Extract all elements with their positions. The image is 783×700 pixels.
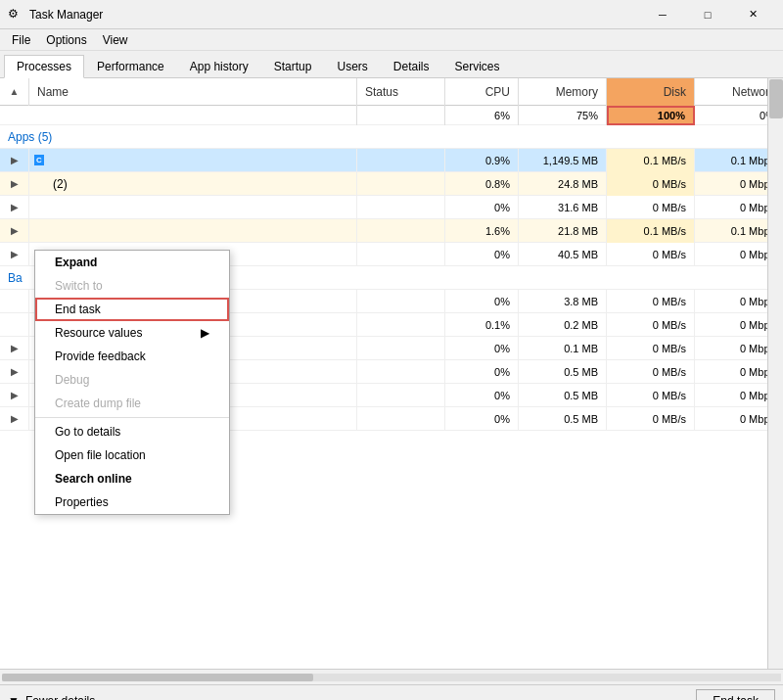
ctx-provide-feedback[interactable]: Provide feedback — [35, 345, 229, 368]
expand-icon[interactable]: ▶ — [0, 360, 29, 384]
row-memory: 24.8 MB — [519, 172, 607, 196]
row-icon — [29, 172, 49, 196]
row-status — [357, 384, 445, 407]
menu-view[interactable]: View — [95, 31, 136, 49]
sort-arrow: ▲ — [0, 78, 29, 106]
tab-users[interactable]: Users — [324, 54, 380, 77]
expand-icon[interactable]: ▶ — [0, 384, 29, 407]
row-disk: 0 MB/s — [607, 360, 695, 384]
title-bar-controls: ─ □ ✕ — [640, 0, 775, 29]
expand-icon[interactable]: ▶ — [0, 196, 29, 219]
fewer-details-button[interactable]: ▼ Fewer details — [8, 694, 95, 701]
menu-file[interactable]: File — [4, 31, 38, 49]
row-status — [357, 290, 445, 313]
close-button[interactable]: ✕ — [730, 0, 775, 29]
col-header-cpu[interactable]: CPU — [445, 78, 519, 106]
row-memory: 0.5 MB — [519, 360, 607, 384]
ctx-expand[interactable]: Expand — [35, 251, 229, 274]
expand-icon[interactable]: ▶ — [0, 219, 29, 243]
col-header-disk[interactable]: Disk — [607, 78, 695, 106]
table-row[interactable]: ▶ 0% 31.6 MB 0 MB/s 0 Mbps — [0, 196, 783, 219]
row-cpu: 0% — [445, 360, 519, 384]
row-disk: 0 MB/s — [607, 313, 695, 337]
expand-icon[interactable]: ▶ — [0, 172, 29, 196]
table-row[interactable]: ▶ (2) 0.8% 24.8 MB 0 MB/s 0 Mbps — [0, 172, 783, 196]
row-status — [357, 149, 445, 172]
usage-name-spacer — [0, 106, 357, 125]
main-content: ▲ Name Status CPU Memory Disk Network 6%… — [0, 78, 783, 669]
h-scrollbar-thumb[interactable] — [2, 674, 313, 681]
maximize-button[interactable]: □ — [685, 0, 730, 29]
tab-bar: Processes Performance App history Startu… — [0, 51, 783, 78]
usage-memory: 75% — [519, 106, 607, 125]
ctx-go-to-details[interactable]: Go to details — [35, 420, 229, 443]
ctx-open-file[interactable]: Open file location — [35, 443, 229, 467]
row-cpu: 0.1% — [445, 313, 519, 337]
ctx-resource-values[interactable]: Resource values ▶ — [35, 321, 229, 345]
expand-icon[interactable]: ▶ — [0, 243, 29, 266]
section-apps: Apps (5) — [0, 125, 783, 149]
tab-processes[interactable]: Processes — [4, 55, 84, 78]
table-row[interactable]: ▶ 1.6% 21.8 MB 0.1 MB/s 0.1 Mbps — [0, 219, 783, 243]
tab-details[interactable]: Details — [381, 54, 442, 77]
h-scrollbar[interactable] — [0, 669, 783, 684]
row-status — [357, 219, 445, 243]
expand-icon[interactable]: ▶ — [0, 149, 29, 172]
row-disk: 0.1 MB/s — [607, 149, 695, 172]
row-status — [357, 407, 445, 431]
row-name — [49, 219, 357, 243]
ctx-debug: Debug — [35, 368, 229, 392]
menu-bar: File Options View — [0, 29, 783, 51]
h-scrollbar-track — [2, 674, 781, 681]
row-memory: 3.8 MB — [519, 290, 607, 313]
ctx-properties[interactable]: Properties — [35, 490, 229, 514]
row-cpu: 0% — [445, 384, 519, 407]
main-wrapper: ▲ Name Status CPU Memory Disk Network 6%… — [0, 78, 783, 684]
scrollbar-thumb[interactable] — [769, 79, 783, 118]
row-disk: 0 MB/s — [607, 407, 695, 431]
row-disk: 0 MB/s — [607, 337, 695, 360]
ctx-search-online[interactable]: Search online — [35, 467, 229, 490]
usage-cpu: 6% — [445, 106, 519, 125]
menu-options[interactable]: Options — [38, 31, 94, 49]
row-memory: 1,149.5 MB — [519, 149, 607, 172]
table-row[interactable]: ▶ C 0.9% 1,149.5 MB 0.1 MB/s 0.1 Mbps — [0, 149, 783, 172]
expand-icon[interactable] — [0, 313, 29, 337]
tab-app-history[interactable]: App history — [177, 54, 261, 77]
end-task-button[interactable]: End task — [696, 689, 775, 701]
row-name — [49, 196, 357, 219]
tab-startup[interactable]: Startup — [261, 54, 325, 77]
row-name — [49, 149, 357, 172]
ctx-end-task[interactable]: End task — [35, 298, 229, 321]
row-cpu: 0% — [445, 407, 519, 431]
col-header-name[interactable]: Name — [29, 78, 357, 106]
expand-icon[interactable]: ▶ — [0, 407, 29, 431]
ctx-create-dump: Create dump file — [35, 392, 229, 415]
section-apps-label: Apps (5) — [8, 130, 52, 144]
usage-disk: 100% — [607, 106, 695, 125]
tab-services[interactable]: Services — [442, 54, 513, 77]
expand-icon[interactable]: ▶ — [0, 337, 29, 360]
row-icon — [29, 219, 49, 243]
row-cpu: 1.6% — [445, 219, 519, 243]
tab-performance[interactable]: Performance — [84, 54, 177, 77]
context-menu: Expand Switch to End task Resource value… — [34, 250, 230, 515]
row-memory: 21.8 MB — [519, 219, 607, 243]
row-disk: 0 MB/s — [607, 196, 695, 219]
row-name: (2) — [49, 172, 357, 196]
row-status — [357, 196, 445, 219]
row-status — [357, 313, 445, 337]
minimize-button[interactable]: ─ — [640, 0, 685, 29]
scrollbar[interactable] — [767, 78, 783, 669]
usage-status-spacer — [357, 106, 445, 125]
col-header-status[interactable]: Status — [357, 78, 445, 106]
row-icon: C — [29, 149, 49, 172]
expand-icon[interactable] — [0, 290, 29, 313]
row-cpu: 0% — [445, 243, 519, 266]
row-memory: 0.1 MB — [519, 337, 607, 360]
row-cpu: 0% — [445, 337, 519, 360]
row-disk: 0 MB/s — [607, 243, 695, 266]
col-header-memory[interactable]: Memory — [519, 78, 607, 106]
bottom-bar: ▼ Fewer details End task — [0, 684, 783, 700]
row-status — [357, 360, 445, 384]
